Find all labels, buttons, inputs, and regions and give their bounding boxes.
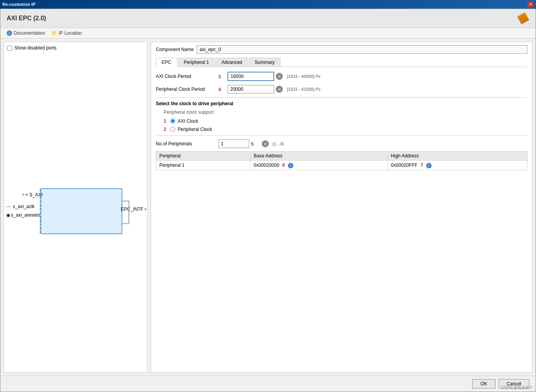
title-bar: Re-customize IP ✕: [0, 0, 536, 9]
window-title: AXI EPC (2.0): [7, 15, 46, 22]
ip-location-button[interactable]: 📁 IP Location: [50, 30, 84, 37]
axi-clock-period-num: 3: [218, 74, 224, 79]
axi-clock-range: [3333 - 40000] Ps: [287, 74, 321, 79]
documentation-label: Documentation: [14, 30, 45, 36]
col-header-base-address: Base Address: [250, 152, 388, 161]
tabs-row: EPC Peripheral 1 Advanced Summary: [156, 58, 527, 67]
title-bar-text: Re-customize IP: [2, 2, 35, 7]
axi-clock-period-label: AXI Clock Period: [156, 74, 218, 79]
block-box: + + S_AXI — s_axi_aclk ◉ s: [41, 188, 122, 234]
no-peripherals-row: No.of Peripherals 5 ✕ [1 - 4]: [156, 139, 527, 148]
peripheral-clock-radio[interactable]: [170, 127, 175, 132]
peripheral-clock-range: [3333 - 41000] Ps: [287, 87, 321, 92]
s-axi-plus: +: [22, 192, 25, 198]
axi-clock-radio[interactable]: [170, 118, 175, 124]
show-disabled-row: Show disabled ports: [7, 45, 144, 51]
folder-icon: 📁: [51, 30, 57, 36]
tab-summary[interactable]: Summary: [249, 58, 280, 67]
axi-clock-radio-row: 1 AXI Clock: [164, 118, 527, 124]
toolbar: i Documentation 📁 IP Location: [0, 28, 536, 39]
documentation-button[interactable]: i Documentation: [5, 30, 47, 37]
col-header-high-address: High Address: [388, 152, 527, 161]
peripheral-clock-radio-row: 2 Peripheral Clock: [164, 126, 527, 132]
form-area: AXI Clock Period 3 ✕ [3333 - 40000] Ps P…: [156, 72, 527, 369]
show-disabled-label: Show disabled ports: [14, 45, 56, 51]
peripheral-clock-radio-label: Peripheral Clock: [178, 127, 212, 132]
col-header-peripheral: Peripheral: [156, 152, 250, 161]
main-window: AXI EPC (2.0) i Documentation 📁 IP Locat…: [0, 9, 536, 392]
tab-epc[interactable]: EPC: [156, 58, 177, 67]
peripheral-clock-period-input-wrap: ✕ [3333 - 41000] Ps: [227, 85, 321, 94]
axi-clock-period-input[interactable]: [227, 72, 274, 81]
base-address-info-icon[interactable]: i: [288, 163, 293, 168]
no-peripherals-label: No.of Peripherals: [156, 141, 218, 147]
axi-clock-clear-button[interactable]: ✕: [276, 73, 283, 80]
tab-advanced[interactable]: Advanced: [215, 58, 248, 67]
peripheral-clock-radio-num: 2: [164, 126, 166, 132]
base-address-num: 6: [282, 162, 285, 168]
high-address-info-icon[interactable]: i: [426, 163, 432, 168]
peripheral-clock-support-label: Peripheral clock support: [164, 109, 527, 115]
high-address-cell: 0x00020FFF 7 i: [388, 161, 527, 170]
no-peripherals-num: 5: [251, 141, 257, 147]
s-axi-aresetn-label: ◉ s_axi_aresetn: [6, 212, 40, 218]
info-icon: i: [7, 30, 12, 36]
peripheral-clock-clear-button[interactable]: ✕: [276, 86, 283, 93]
no-peripherals-range: [1 - 4]: [273, 141, 284, 146]
no-peripherals-input-wrap: 5 ✕ [1 - 4]: [218, 139, 284, 148]
window-header: AXI EPC (2.0): [0, 9, 536, 28]
ip-location-label: IP Location: [59, 30, 82, 36]
component-name-input[interactable]: [197, 45, 527, 54]
base-address-cell: 0x00020000 6 i: [250, 161, 388, 170]
component-name-row: Component Name: [156, 45, 527, 54]
no-peripherals-input[interactable]: [218, 139, 249, 148]
peripherals-table: Peripheral Base Address High Address Per…: [156, 151, 527, 170]
peripheral-name-cell: Peripheral 1: [156, 161, 250, 170]
content-area: Show disabled ports + + S_AXI: [0, 39, 536, 376]
axi-clock-period-input-wrap: ✕ [3333 - 40000] Ps: [227, 72, 321, 81]
divider-2: [156, 135, 527, 136]
divider-1: [156, 97, 527, 98]
watermark: CSDN @老皮孩子: [501, 385, 533, 390]
peripheral-clock-period-label: Peripheral Clock Period: [156, 87, 218, 92]
axi-clock-period-row: AXI Clock Period 3 ✕ [3333 - 40000] Ps: [156, 72, 527, 81]
peripheral-clock-period-input[interactable]: [227, 85, 274, 94]
high-address-num: 7: [420, 162, 423, 168]
s-axi-aclk-label: — s_axi_aclk: [6, 204, 35, 209]
peripheral-clock-period-num: 4: [218, 87, 224, 92]
tab-peripheral1[interactable]: Peripheral 1: [178, 58, 215, 67]
footer: OK Cancel: [0, 376, 536, 392]
no-peripherals-clear-button[interactable]: ✕: [262, 140, 269, 147]
close-button[interactable]: ✕: [527, 1, 534, 7]
right-connector-lines: [122, 201, 129, 224]
axi-clock-radio-num: 1: [164, 118, 166, 124]
left-panel: Show disabled ports + + S_AXI: [4, 42, 148, 373]
right-panel: Component Name EPC Peripheral 1 Advanced…: [151, 42, 532, 373]
select-clock-header: Select the clock to drive peripheral: [156, 101, 527, 106]
axi-clock-radio-label: AXI Clock: [178, 118, 198, 124]
component-name-label: Component Name: [156, 47, 194, 52]
show-disabled-checkbox[interactable]: [7, 46, 12, 51]
dashed-border: [40, 189, 41, 233]
vivado-logo: [515, 11, 531, 26]
table-row: Peripheral 1 0x00020000 6 i 0x00020FFF 7…: [156, 161, 527, 170]
diagram-area: + + S_AXI — s_axi_aclk ◉ s: [7, 54, 144, 369]
ok-button[interactable]: OK: [472, 379, 495, 388]
peripheral-clock-period-row: Peripheral Clock Period 4 ✕ [3333 - 4100…: [156, 85, 527, 94]
